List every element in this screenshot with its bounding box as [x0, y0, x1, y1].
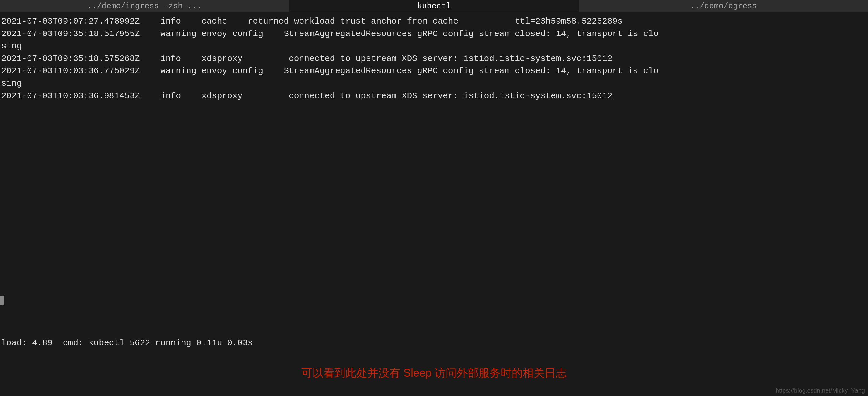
log-line: 2021-07-03T10:03:36.775029Z warning envo…: [0, 65, 868, 78]
status-text: load: 4.89 cmd: kubectl 5622 running 0.1…: [1, 338, 867, 348]
log-line: sing: [0, 40, 868, 53]
tab-right[interactable]: ../demo/egress: [579, 0, 868, 12]
log-line: 2021-07-03T09:35:18.517955Z warning envo…: [0, 28, 868, 40]
status-bar: load: 4.89 cmd: kubectl 5622 running 0.1…: [0, 335, 868, 351]
tab-left[interactable]: ../demo/ingress -zsh-...: [0, 0, 289, 12]
watermark: https://blog.csdn.net/Micky_Yang: [776, 387, 865, 394]
annotation-text: 可以看到此处并没有 Sleep 访问外部服务时的相关日志: [301, 366, 567, 381]
log-line: sing: [0, 78, 868, 90]
log-line: 2021-07-03T09:07:27.478992Z info cache r…: [0, 15, 868, 28]
log-line: 2021-07-03T10:03:36.981453Z info xdsprox…: [0, 90, 868, 103]
cursor-indicator: [0, 295, 4, 305]
terminal-body: 2021-07-03T09:07:27.478992Z info cache r…: [0, 12, 868, 105]
tab-center[interactable]: kubectl: [289, 0, 579, 12]
log-line: 2021-07-03T09:35:18.575268Z info xdsprox…: [0, 53, 868, 65]
tab-bar: ../demo/ingress -zsh-... kubectl ../demo…: [0, 0, 868, 12]
